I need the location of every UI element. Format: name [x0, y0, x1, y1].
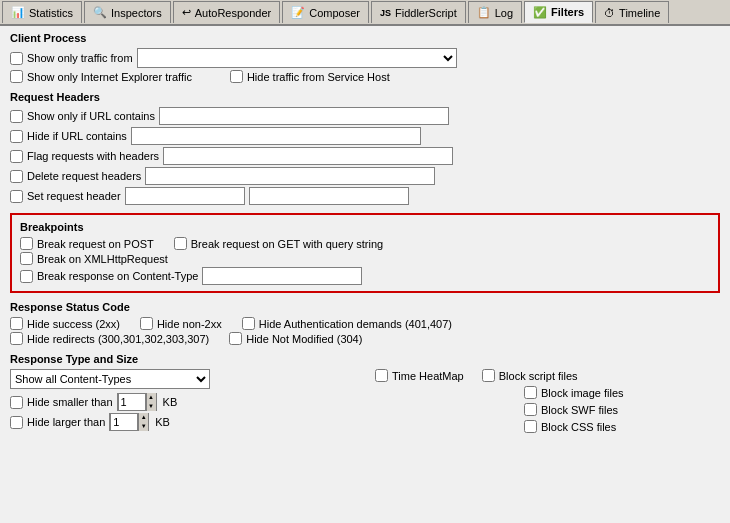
set-header-checkbox[interactable]: [10, 190, 23, 203]
tab-bar: 📊 Statistics 🔍 Inspectors ↩ AutoResponde…: [0, 0, 730, 26]
break-post-checkbox[interactable]: [20, 237, 33, 250]
hide-auth-checkbox[interactable]: [242, 317, 255, 330]
show-url-contains-input[interactable]: [159, 107, 449, 125]
set-request-header-row: Set request header: [10, 187, 720, 205]
breakpoints-row-3: Break response on Content-Type: [20, 267, 710, 285]
hide-redirects-checkbox[interactable]: [10, 332, 23, 345]
hide-larger-checkbox[interactable]: [10, 416, 23, 429]
composer-icon: 📝: [291, 6, 305, 19]
time-heatmap-row: Time HeatMap Block script files: [375, 369, 720, 382]
hide-url-contains-label: Hide if URL contains: [27, 130, 127, 142]
hide-url-contains-input[interactable]: [131, 127, 421, 145]
break-content-type-item: Break response on Content-Type: [20, 267, 362, 285]
delete-headers-checkbox[interactable]: [10, 170, 23, 183]
break-get-checkbox[interactable]: [174, 237, 187, 250]
hide-success-label: Hide success (2xx): [27, 318, 120, 330]
show-url-contains-label: Show only if URL contains: [27, 110, 155, 122]
response-type-title: Response Type and Size: [10, 353, 720, 365]
block-css-label: Block CSS files: [541, 421, 616, 433]
show-only-traffic-row: Show only traffic from: [10, 48, 720, 68]
tab-inspectors[interactable]: 🔍 Inspectors: [84, 1, 171, 23]
hide-not-modified-item: Hide Not Modified (304): [229, 332, 362, 345]
block-script-checkbox[interactable]: [482, 369, 495, 382]
tab-statistics[interactable]: 📊 Statistics: [2, 1, 82, 23]
left-panel: Show all Content-TypesShow only IMAGE/*S…: [10, 369, 355, 435]
time-heatmap-checkbox[interactable]: [375, 369, 388, 382]
break-content-type-input[interactable]: [202, 267, 362, 285]
set-header-value-input[interactable]: [249, 187, 409, 205]
tab-log[interactable]: 📋 Log: [468, 1, 522, 23]
hide-larger-up-btn[interactable]: ▲: [138, 413, 148, 422]
hide-larger-label: Hide larger than: [27, 416, 105, 428]
hide-smaller-checkbox[interactable]: [10, 396, 23, 409]
hide-larger-spinner: ▲ ▼: [109, 413, 149, 431]
tab-filters[interactable]: ✅ Filters: [524, 1, 593, 23]
request-headers-title: Request Headers: [10, 91, 720, 103]
hide-auth-label: Hide Authentication demands (401,407): [259, 318, 452, 330]
break-content-type-checkbox[interactable]: [20, 270, 33, 283]
hide-url-contains-checkbox[interactable]: [10, 130, 23, 143]
tab-composer[interactable]: 📝 Composer: [282, 1, 369, 23]
content-type-dropdown-row: Show all Content-TypesShow only IMAGE/*S…: [10, 369, 355, 389]
show-ie-checkbox[interactable]: [10, 70, 23, 83]
show-only-traffic-checkbox[interactable]: [10, 52, 23, 65]
hide-smaller-row: Hide smaller than ▲ ▼ KB: [10, 393, 355, 411]
hide-smaller-up-btn[interactable]: ▲: [146, 393, 156, 402]
hide-smaller-spinner: ▲ ▼: [117, 393, 157, 411]
traffic-from-dropdown[interactable]: [137, 48, 457, 68]
break-xml-checkbox[interactable]: [20, 252, 33, 265]
hide-larger-input[interactable]: [110, 413, 138, 431]
flag-requests-input[interactable]: [163, 147, 453, 165]
response-type-grid: Show all Content-TypesShow only IMAGE/*S…: [10, 369, 720, 435]
block-image-checkbox[interactable]: [524, 386, 537, 399]
break-post-label: Break request on POST: [37, 238, 154, 250]
flag-requests-row: Flag requests with headers: [10, 147, 720, 165]
hide-not-modified-checkbox[interactable]: [229, 332, 242, 345]
show-ie-traffic-row: Show only Internet Explorer traffic Hide…: [10, 70, 720, 83]
show-url-contains-checkbox[interactable]: [10, 110, 23, 123]
status-row-1: Hide success (2xx) Hide non-2xx Hide Aut…: [10, 317, 720, 330]
spinner-up-down: ▲ ▼: [146, 393, 156, 411]
hide-smaller-label: Hide smaller than: [27, 396, 113, 408]
tab-timeline[interactable]: ⏱ Timeline: [595, 1, 669, 23]
content-type-dropdown[interactable]: Show all Content-TypesShow only IMAGE/*S…: [10, 369, 210, 389]
break-get-label: Break request on GET with query string: [191, 238, 383, 250]
flag-requests-checkbox[interactable]: [10, 150, 23, 163]
hide-larger-spinner-buttons: ▲ ▼: [138, 413, 148, 431]
status-grid: Hide success (2xx) Hide non-2xx Hide Aut…: [10, 317, 720, 345]
break-get-item: Break request on GET with query string: [174, 237, 383, 250]
delete-headers-label: Delete request headers: [27, 170, 141, 182]
tab-fiddlerscript[interactable]: JS FiddlerScript: [371, 1, 466, 23]
hide-redirects-label: Hide redirects (300,301,302,303,307): [27, 333, 209, 345]
hide-non2xx-checkbox[interactable]: [140, 317, 153, 330]
inspectors-icon: 🔍: [93, 6, 107, 19]
log-icon: 📋: [477, 6, 491, 19]
block-image-row: Block image files: [375, 386, 720, 399]
block-css-row: Block CSS files: [375, 420, 720, 433]
status-row-2: Hide redirects (300,301,302,303,307) Hid…: [10, 332, 720, 345]
break-xml-label: Break on XMLHttpRequest: [37, 253, 168, 265]
breakpoints-title: Breakpoints: [20, 221, 710, 233]
breakpoints-row-2: Break on XMLHttpRequest: [20, 252, 710, 265]
hide-not-modified-label: Hide Not Modified (304): [246, 333, 362, 345]
hide-larger-down-btn[interactable]: ▼: [138, 422, 148, 431]
block-image-label: Block image files: [541, 387, 624, 399]
breakpoints-section: Breakpoints Break request on POST Break …: [10, 213, 720, 293]
main-content: Client Process Show only traffic from Sh…: [0, 26, 730, 523]
block-css-checkbox[interactable]: [524, 420, 537, 433]
tab-autoresponder[interactable]: ↩ AutoResponder: [173, 1, 280, 23]
hide-success-checkbox[interactable]: [10, 317, 23, 330]
hide-smaller-input[interactable]: [118, 393, 146, 411]
show-ie-label: Show only Internet Explorer traffic: [27, 71, 192, 83]
hide-larger-kb: KB: [155, 416, 170, 428]
hide-smaller-down-btn[interactable]: ▼: [146, 402, 156, 411]
response-status-section: Response Status Code Hide success (2xx) …: [10, 301, 720, 345]
delete-headers-input[interactable]: [145, 167, 435, 185]
set-header-name-input[interactable]: [125, 187, 245, 205]
hide-service-host-checkbox[interactable]: [230, 70, 243, 83]
delete-headers-row: Delete request headers: [10, 167, 720, 185]
hide-larger-row: Hide larger than ▲ ▼ KB: [10, 413, 355, 431]
block-swf-checkbox[interactable]: [524, 403, 537, 416]
block-swf-label: Block SWF files: [541, 404, 618, 416]
client-process-section: Client Process Show only traffic from Sh…: [10, 32, 720, 83]
